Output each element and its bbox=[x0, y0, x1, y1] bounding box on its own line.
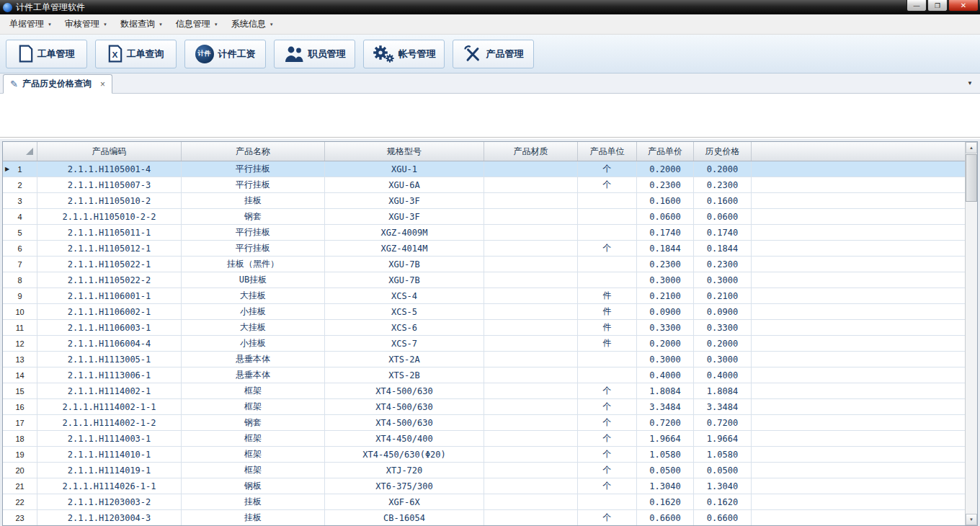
cell[interactable] bbox=[484, 478, 578, 494]
cell[interactable]: 0.1600 bbox=[637, 193, 694, 208]
row-indicator[interactable]: 22 bbox=[3, 494, 37, 509]
cell[interactable]: 0.2000 bbox=[637, 336, 694, 351]
cell[interactable] bbox=[578, 494, 637, 509]
cell[interactable] bbox=[484, 320, 578, 335]
cell[interactable]: 2.1.1.H1105010-2 bbox=[37, 193, 182, 208]
cell[interactable]: 0.2000 bbox=[694, 161, 752, 177]
cell[interactable]: 件 bbox=[578, 320, 637, 335]
cell[interactable]: XGU-7B bbox=[325, 272, 484, 287]
cell[interactable]: 0.2100 bbox=[637, 288, 694, 303]
cell[interactable]: 0.3000 bbox=[694, 272, 752, 287]
cell[interactable]: XT4-450/400 bbox=[325, 431, 484, 446]
cell[interactable] bbox=[578, 352, 637, 367]
cell[interactable]: 大挂板 bbox=[182, 288, 325, 303]
table-row[interactable]: 82.1.1.H1105022-2UB挂板XGU-7B0.30000.3000 bbox=[3, 272, 965, 288]
cell[interactable]: XTS-2A bbox=[325, 352, 484, 367]
table-row[interactable]: 212.1.1.H1114026-1-1钢板XT6-375/300个1.3040… bbox=[3, 478, 965, 494]
cell[interactable] bbox=[484, 257, 578, 272]
cell[interactable]: 2.1.1.H1114002-1 bbox=[37, 383, 182, 398]
cell[interactable]: 0.1844 bbox=[637, 241, 694, 256]
table-row[interactable]: 132.1.1.H1113005-1悬垂本体XTS-2A0.30000.3000 bbox=[3, 352, 965, 367]
cell[interactable] bbox=[484, 494, 578, 509]
corner-header-cell[interactable] bbox=[3, 142, 37, 161]
row-indicator[interactable]: 7 bbox=[3, 257, 37, 272]
table-row[interactable]: 122.1.1.H1106004-4小挂板XCS-7件0.20000.2000 bbox=[3, 336, 965, 352]
cell[interactable]: 2.1.1.H1114019-1 bbox=[37, 463, 182, 478]
cell[interactable]: 大挂板 bbox=[182, 320, 325, 335]
cell[interactable]: 0.3000 bbox=[637, 352, 694, 367]
cell[interactable] bbox=[484, 161, 578, 177]
cell[interactable]: 悬垂本体 bbox=[182, 367, 325, 383]
cell[interactable]: XCS-6 bbox=[325, 320, 484, 335]
table-row[interactable]: 52.1.1.H1105011-1平行挂板XGZ-4009M0.17400.17… bbox=[3, 225, 965, 241]
cell[interactable]: XTJ-720 bbox=[325, 463, 484, 478]
account-management-button[interactable]: 帐号管理 bbox=[363, 40, 445, 68]
cell[interactable]: 个 bbox=[578, 478, 637, 494]
table-row[interactable]: 112.1.1.H1106003-1大挂板XCS-6件0.33000.3300 bbox=[3, 320, 965, 336]
cell[interactable]: 2.1.1.H1105012-1 bbox=[37, 241, 182, 256]
workorder-query-button[interactable]: X 工单查询 bbox=[95, 40, 177, 68]
cell[interactable]: 挂板 bbox=[182, 193, 325, 208]
cell[interactable]: XGZ-4014M bbox=[325, 241, 484, 256]
cell[interactable]: 平行挂板 bbox=[182, 161, 325, 177]
row-indicator[interactable]: 10 bbox=[3, 304, 37, 319]
table-row[interactable]: 162.1.1.H1114002-1-1框架XT4-500/630个3.3484… bbox=[3, 399, 965, 415]
cell[interactable]: 框架 bbox=[182, 447, 325, 462]
row-indicator[interactable]: 23 bbox=[3, 510, 37, 525]
cell[interactable]: 挂板 bbox=[182, 510, 325, 525]
cell[interactable]: 2.1.1.H1114002-1-2 bbox=[37, 415, 182, 430]
table-row[interactable]: 232.1.1.H1203004-3挂板CB-16054个0.66000.660… bbox=[3, 510, 965, 525]
row-indicator[interactable]: 13 bbox=[3, 352, 37, 367]
cell[interactable]: 2.1.1.H1106002-1 bbox=[37, 304, 182, 319]
row-indicator[interactable]: 20 bbox=[3, 463, 37, 478]
row-indicator[interactable]: 21 bbox=[3, 478, 37, 494]
cell[interactable]: 0.3000 bbox=[694, 352, 752, 367]
cell[interactable] bbox=[484, 463, 578, 478]
cell[interactable]: 2.1.1.H1203004-3 bbox=[37, 510, 182, 525]
row-indicator[interactable]: 4 bbox=[3, 209, 37, 224]
row-indicator[interactable]: 6 bbox=[3, 241, 37, 256]
vertical-scrollbar[interactable]: ▲ ▼ bbox=[965, 142, 977, 525]
product-management-button[interactable]: 产品管理 bbox=[453, 40, 534, 68]
table-row[interactable]: ▶12.1.1.H1105001-4平行挂板XGU-1个0.20000.2000 bbox=[3, 161, 965, 177]
cell[interactable]: XGU-3F bbox=[325, 193, 484, 208]
cell[interactable]: 0.0600 bbox=[694, 209, 752, 224]
column-header[interactable]: 产品名称 bbox=[182, 142, 325, 161]
row-indicator[interactable]: 14 bbox=[3, 367, 37, 383]
close-button[interactable]: ✕ bbox=[948, 0, 979, 12]
row-indicator[interactable]: 8 bbox=[3, 272, 37, 287]
column-header[interactable]: 产品单位 bbox=[578, 142, 637, 161]
cell[interactable]: 0.1620 bbox=[694, 494, 752, 509]
workorder-management-button[interactable]: 工单管理 bbox=[6, 40, 87, 68]
cell[interactable]: 2.1.1.H1114010-1 bbox=[37, 447, 182, 462]
cell[interactable]: 2.1.1.H1113005-1 bbox=[37, 352, 182, 367]
cell[interactable]: 悬垂本体 bbox=[182, 352, 325, 367]
cell[interactable]: 0.0500 bbox=[637, 463, 694, 478]
column-header[interactable]: 规格型号 bbox=[325, 142, 484, 161]
cell[interactable] bbox=[484, 510, 578, 525]
cell[interactable]: 1.0580 bbox=[637, 447, 694, 462]
cell[interactable] bbox=[484, 352, 578, 367]
menu-item-info-management[interactable]: 信息管理 ▼ bbox=[169, 14, 225, 34]
table-row[interactable]: 92.1.1.H1106001-1大挂板XCS-4件0.21000.2100 bbox=[3, 288, 965, 304]
cell[interactable]: 2.1.1.H1106003-1 bbox=[37, 320, 182, 335]
table-row[interactable]: 102.1.1.H1106002-1小挂板XCS-5件0.09000.0900 bbox=[3, 304, 965, 320]
cell[interactable]: 框架 bbox=[182, 431, 325, 446]
cell[interactable] bbox=[578, 209, 637, 224]
cell[interactable]: XT4-500/630 bbox=[325, 383, 484, 398]
cell[interactable]: XGU-7B bbox=[325, 257, 484, 272]
maximize-button[interactable]: ❐ bbox=[927, 0, 948, 12]
cell[interactable]: 0.2100 bbox=[694, 288, 752, 303]
table-row[interactable]: 42.1.1.H1105010-2-2钢套XGU-3F0.06000.0600 bbox=[3, 209, 965, 225]
menu-item-system-info[interactable]: 系统信息 ▼ bbox=[225, 14, 280, 34]
cell[interactable]: 挂板 bbox=[182, 494, 325, 509]
tab-close-icon[interactable]: × bbox=[100, 79, 105, 89]
cell[interactable]: XCS-5 bbox=[325, 304, 484, 319]
cell[interactable] bbox=[484, 272, 578, 287]
scroll-down-button[interactable]: ▼ bbox=[966, 514, 977, 525]
cell[interactable]: 框架 bbox=[182, 383, 325, 398]
row-indicator[interactable]: 9 bbox=[3, 288, 37, 303]
table-row[interactable]: 142.1.1.H1113006-1悬垂本体XTS-2B0.40000.4000 bbox=[3, 367, 965, 383]
cell[interactable] bbox=[578, 367, 637, 383]
cell[interactable]: 个 bbox=[578, 447, 637, 462]
